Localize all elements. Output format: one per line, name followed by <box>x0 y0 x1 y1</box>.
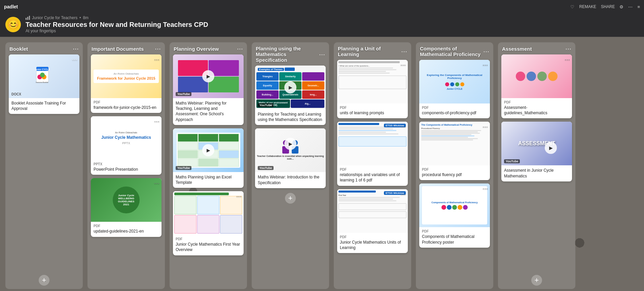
play-button-themes[interactable]: ▶ <box>284 81 296 93</box>
excel-cell-3 <box>219 142 239 150</box>
card-unit-prompts[interactable]: • What are some of the questions... PDF … <box>337 60 408 118</box>
gear-icon[interactable]: ⚙ <box>619 4 623 9</box>
card-framework-menu[interactable]: ⋯ <box>154 56 159 63</box>
card-themes-title: Planning for Teaching and Learning using… <box>258 112 323 122</box>
theme-alg: Alg... <box>291 99 324 108</box>
card-unit-pdf3[interactable]: First Year ETSS Wicklow PDF Junior Cycle… <box>337 189 408 253</box>
card-planning-pdf-menu[interactable]: ⋯ <box>236 193 242 200</box>
card-comp2[interactable]: The Components of Mathematical Proficien… <box>419 122 490 180</box>
card-jcmath-title: PowerPoint Presentation <box>94 167 159 172</box>
comp3-d4 <box>458 205 462 210</box>
comp1-dots <box>445 82 464 86</box>
card-planning-video2[interactable]: ▶ YouTube Maths Planning Using an Excel … <box>173 128 244 188</box>
youtube-badge-themes: YouTube <box>258 103 274 107</box>
column-planning-overview-cards: ▶ YouTube Maths Webinar: Planning for Te… <box>170 54 247 289</box>
card-assess-pdf-menu[interactable]: ⋯ <box>565 56 570 63</box>
play-button-1[interactable]: ▶ <box>202 70 214 82</box>
play-button-assess[interactable]: ▶ <box>545 142 557 154</box>
column-important-docs-menu[interactable]: ⋯ <box>155 46 161 52</box>
column-planning-spec-cards: Examples of Themes Triangles Similarity … <box>252 66 329 289</box>
column-important-docs-cards: An Roinn Oideachais Framework for Junior… <box>87 54 165 289</box>
card-themes-thumb: Examples of Themes Triangles Similarity … <box>255 66 326 109</box>
c2-l8 <box>421 139 473 140</box>
pdf3-line1 <box>338 197 400 198</box>
excel-header-cell2 <box>198 134 218 142</box>
bars-icon[interactable]: ≡ <box>637 4 640 9</box>
card-unit-pdf3-menu[interactable]: ⋯ <box>400 191 406 198</box>
card-framework-thumb: An Roinn Oideachais Framework for Junior… <box>91 54 162 98</box>
card-jcmath-menu[interactable]: ⋯ <box>154 118 159 125</box>
column-components-header: Components of Mathematical Proficiency ⋯ <box>416 42 493 60</box>
comp3-d1 <box>441 205 446 210</box>
add-booklet-card-button[interactable]: + <box>39 275 49 286</box>
heart-icon[interactable]: ♡ <box>570 4 574 9</box>
card-assess-pdf-title: Assessment-guidelines_Mathematics <box>504 105 569 116</box>
card-themes-video[interactable]: Examples of Themes Triangles Similarity … <box>255 66 326 125</box>
share-button[interactable]: SHARE <box>601 4 615 9</box>
column-planning-spec-menu[interactable]: ⋯ <box>319 51 325 57</box>
top-bar-right: ♡ REMAKE SHARE ⚙ ⋯ ≡ <box>570 4 640 9</box>
c2-l1 <box>421 130 481 131</box>
card-comp1-title: components-of-proficiency-pdf <box>422 110 487 116</box>
card-comp1[interactable]: Exploring the Components of Mathematical… <box>419 60 490 118</box>
card-comp2-body: PDF procedural fluency pdf <box>419 165 490 180</box>
comp2-section: Procedural Fluency <box>421 127 488 129</box>
card-planning-video1-title: Maths Webinar: Planning for Teaching, Le… <box>176 100 241 122</box>
theme-triangles: Triangles <box>256 72 279 81</box>
card-jcmath[interactable]: An Roinn Oideachais Junior Cycle Mathema… <box>91 116 162 175</box>
card-unit-prompts-body: PDF units of learning prompts <box>337 103 408 118</box>
play-button-collab[interactable]: ▶ <box>284 138 296 150</box>
card-planning-pdf[interactable]: PDF Junior Cycle Mathematics First Year … <box>173 191 244 255</box>
card-comp2-menu[interactable]: ⋯ <box>482 124 488 130</box>
card-planning-pdf-thumb <box>173 191 244 235</box>
add-assessment-card-button[interactable]: + <box>531 275 542 286</box>
card-assess-pdf-thumb <box>501 54 572 98</box>
card-framework-body: PDF framework-for-junior-cycle-2015-en <box>91 98 162 113</box>
card-wellbeing-type: PDF <box>94 224 159 228</box>
more-icon[interactable]: ⋯ <box>628 4 633 9</box>
card-unit-pdf3-thumb: First Year ETSS Wicklow <box>337 189 408 233</box>
page-subtitle: At your fingertips <box>26 29 208 33</box>
card-booklet-docx[interactable]: Junior CYCLE Resource Booklet DOCX Bookl… <box>9 54 79 114</box>
card-unit-prompts-title: units of learning prompts <box>340 110 405 116</box>
column-components-menu[interactable]: ⋯ <box>483 48 489 54</box>
card-assess-pdf[interactable]: PDF Assessment-guidelines_Mathematics ⋯ <box>501 54 572 118</box>
excel-header-cell3 <box>219 134 239 142</box>
column-planning-overview-menu[interactable]: ⋯ <box>237 46 243 52</box>
card-unit-rel-menu[interactable]: ⋯ <box>400 124 406 130</box>
padlet-logo: padlet <box>4 4 18 9</box>
column-assessment-menu[interactable]: ⋯ <box>565 46 571 52</box>
column-assessment-cards: PDF Assessment-guidelines_Mathematics ⋯ … <box>498 54 575 275</box>
column-unit-learning-menu[interactable]: ⋯ <box>401 48 407 54</box>
up-question1: • What are some of the questions... <box>338 65 406 67</box>
comp2-title-thumb: The Components of Mathematical Proficien… <box>421 124 488 126</box>
card-unit-relationships[interactable]: ETSS Wicklow PDF relationships and varia… <box>337 122 408 185</box>
play-button-2[interactable]: ▶ <box>202 144 214 156</box>
card-comp1-body: PDF components-of-proficiency-pdf <box>419 103 490 118</box>
comp-dot-pink <box>445 82 449 86</box>
excel-header-cell <box>178 134 198 142</box>
youtube-badge-1: YouTube <box>176 92 191 96</box>
card-booklet-menu[interactable]: ⋯ <box>72 56 77 63</box>
card-collab-video[interactable]: Teacher Collaboration is essential when … <box>255 128 326 188</box>
card-comp3-menu[interactable]: ⋯ <box>482 185 488 192</box>
card-comp1-menu[interactable]: ⋯ <box>482 62 488 68</box>
pdf-cell-4 <box>174 215 196 234</box>
excel-row-header <box>178 134 239 142</box>
card-framework[interactable]: An Roinn Oideachais Framework for Junior… <box>91 54 162 113</box>
card-comp3[interactable]: Components of Mathematical Proficiency P… <box>419 183 490 247</box>
card-planning-video1[interactable]: ▶ YouTube Maths Webinar: Planning for Te… <box>173 54 244 125</box>
top-bar: padlet ♡ REMAKE SHARE ⚙ ⋯ ≡ <box>0 0 644 13</box>
remake-button[interactable]: REMAKE <box>579 4 596 9</box>
column-booklet-menu[interactable]: ⋯ <box>73 46 79 52</box>
card-assess-video-title: Assessment in Junior Cycle Mathematics <box>504 168 569 178</box>
card-unit-pdf3-title: Junior Cycle Mathematics Units of Learni… <box>340 240 405 250</box>
card-wellbeing[interactable]: Junior Cycle WELLBEING GUIDELINES 2021 P… <box>91 178 162 237</box>
card-unit-prompts-menu[interactable]: ⋯ <box>400 62 406 68</box>
excel-cell-9 <box>219 159 239 167</box>
card-wellbeing-menu[interactable]: ⋯ <box>154 180 159 186</box>
card-assess-video[interactable]: ASSESSMENT ▶ YouTube Assessment in Junio… <box>501 122 572 181</box>
time-ago: 8m <box>83 15 88 20</box>
column-important-docs-title: Important Documents <box>92 46 144 52</box>
add-spec-card-button[interactable]: + <box>285 193 296 204</box>
